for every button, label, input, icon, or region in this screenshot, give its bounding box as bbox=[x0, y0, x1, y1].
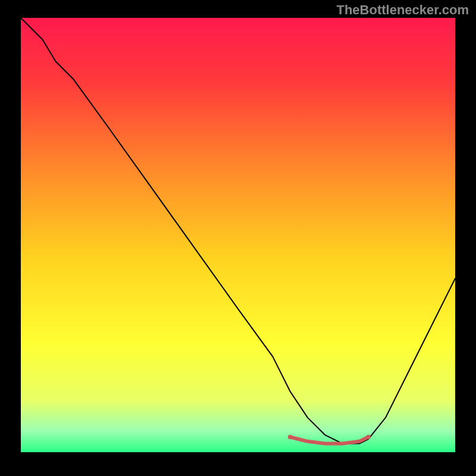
series-optimal-highlight-endpoint bbox=[366, 435, 371, 440]
chart-svg bbox=[21, 18, 455, 452]
watermark-text: TheBottlenecker.com bbox=[336, 2, 469, 18]
chart-plot-area bbox=[21, 18, 455, 452]
series-optimal-highlight-endpoint bbox=[288, 435, 293, 440]
chart-background bbox=[21, 18, 455, 452]
